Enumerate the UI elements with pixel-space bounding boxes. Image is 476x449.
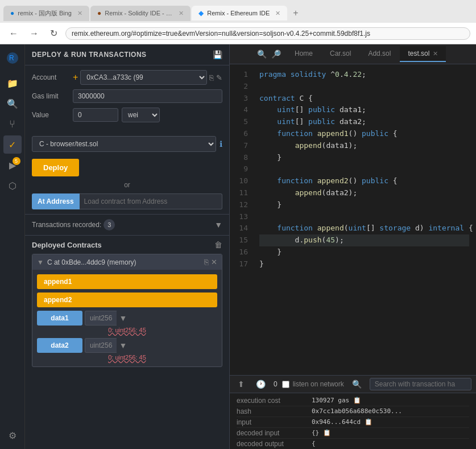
test-tab-close[interactable]: ✕ [433, 50, 438, 57]
tab-bing[interactable]: ● remix - 国内版 Bing ✕ [3, 6, 89, 21]
log-row: execution cost130927 gas 📋 [237, 396, 469, 406]
data1-row: data1 uint256 ▼ 0: uint256: 45 [37, 311, 217, 335]
back-button[interactable]: ← [6, 27, 22, 40]
append2-button[interactable]: append2 [37, 293, 217, 307]
add-tab-label: Add.sol [368, 50, 391, 57]
bing-tab-icon: ● [10, 9, 14, 17]
trash-icon[interactable]: 🗑 [214, 240, 222, 249]
contract-select-row: C - browser/test.sol ℹ [25, 131, 229, 156]
browser-chrome: ● remix - 国内版 Bing ✕ ● Remix - Solidity … [0, 0, 476, 44]
data1-chevron[interactable]: ▼ [119, 314, 127, 323]
transactions-row: Transactions recorded: 3 ▼ [25, 214, 229, 235]
home-tab-label: Home [295, 50, 313, 57]
value-input[interactable] [73, 108, 118, 122]
listen-row: listen on network [282, 380, 344, 388]
car-tab-label: Car.sol [330, 50, 351, 57]
log-row: input0x946...644cd 📋 [237, 417, 469, 428]
gas-limit-input[interactable] [73, 89, 222, 103]
url-input[interactable] [65, 27, 470, 40]
add-tab[interactable]: Add.sol [360, 46, 399, 62]
account-row: Account + 0xCA3...a733c (99 ⎘ ✎ [32, 70, 222, 85]
append1-button[interactable]: append1 [37, 274, 217, 289]
plugin-manager-icon[interactable]: ⬡ [3, 176, 22, 195]
transactions-count: 3 [104, 219, 115, 230]
bottom-clock-icon[interactable]: 🕐 [253, 378, 269, 390]
git-panel-icon[interactable]: ⑂ [3, 115, 22, 133]
account-edit-button[interactable]: ✎ [216, 73, 222, 82]
instance-close-button[interactable]: ✕ [211, 258, 217, 266]
account-plus-icon[interactable]: + [73, 72, 78, 83]
gas-limit-label: Gas limit [32, 92, 73, 100]
code-area: 1234567891011121314151617 pragma solidit… [230, 64, 476, 375]
data1-button[interactable]: data1 [37, 311, 82, 326]
forward-button[interactable]: → [26, 27, 42, 40]
instance-name: C at 0xBde...4ddc9 (memory) [47, 258, 136, 266]
bottom-collapse-icon[interactable]: ⬆ [234, 378, 248, 390]
transactions-chevron[interactable]: ▼ [214, 220, 222, 229]
line-numbers: 1234567891011121314151617 [230, 64, 253, 375]
instance-chevron[interactable]: ▼ [37, 258, 44, 266]
debug-panel-icon[interactable]: ▶ 5 [3, 156, 22, 174]
tab-remix[interactable]: ◆ Remix - Ethereum IDE ✕ [192, 6, 287, 20]
solidity-tab-label: Remix - Solidity IDE - 中文 [105, 9, 173, 18]
data2-result: 0: uint256: 45 [37, 353, 217, 362]
svg-text:R: R [9, 54, 14, 62]
bing-tab-close[interactable]: ✕ [77, 10, 82, 17]
listen-label: listen on network [293, 380, 344, 388]
file-manager-icon[interactable]: 📁 [3, 74, 22, 92]
data1-fn-row: data1 uint256 ▼ [37, 311, 217, 326]
deploy-button[interactable]: Deploy [32, 159, 79, 176]
remix-logo: R [3, 49, 22, 67]
listen-checkbox[interactable] [282, 381, 289, 388]
deployed-header: Deployed Contracts 🗑 [32, 240, 222, 249]
log-value: 130927 gas 📋 [312, 397, 361, 405]
zoom-out-icon[interactable]: 🔍 [257, 50, 267, 59]
data2-button[interactable]: data2 [37, 338, 82, 353]
search-panel-icon[interactable]: 🔍 [3, 94, 22, 113]
log-row: hash0x7cc1ab056a688e0c530... [237, 406, 469, 417]
or-divider: or [25, 181, 229, 189]
remix-tab-icon: ◆ [198, 9, 204, 17]
zoom-in-icon[interactable]: 🔎 [271, 50, 281, 59]
debug-badge: 5 [13, 157, 20, 165]
remix-tab-close[interactable]: ✕ [275, 10, 280, 17]
data2-chevron[interactable]: ▼ [119, 341, 127, 350]
verify-icon[interactable]: ✓ [3, 135, 22, 154]
address-bar: ← → ↻ [0, 23, 476, 44]
search-bottom-icon[interactable]: 🔍 [349, 378, 365, 390]
home-tab[interactable]: Home [287, 46, 321, 62]
save-icon[interactable]: 💾 [213, 50, 222, 59]
account-section: Account + 0xCA3...a733c (99 ⎘ ✎ Gas limi… [25, 65, 229, 131]
tab-solidity[interactable]: ● Remix - Solidity IDE - 中文 ✕ [90, 6, 191, 21]
account-copy-button[interactable]: ⎘ [209, 73, 214, 82]
reload-button[interactable]: ↻ [47, 27, 61, 40]
main-layout: R 📁 🔍 ⑂ ✓ ▶ 5 ⬡ ⚙ DEPLOY & RUN TRANSACTI… [0, 44, 476, 449]
data2-fn-row: data2 uint256 ▼ [37, 338, 217, 353]
contract-instance-label: ▼ C at 0xBde...4ddc9 (memory) [37, 258, 136, 266]
code-content[interactable]: pragma solidity ^0.4.22; contract C { ui… [253, 64, 476, 375]
car-tab[interactable]: Car.sol [322, 46, 359, 62]
log-key: input [237, 418, 305, 426]
instance-copy-button[interactable]: ⎘ [204, 258, 209, 266]
contract-select[interactable]: C - browser/test.sol [32, 136, 216, 152]
log-key: hash [237, 407, 305, 415]
bottom-toolbar: ⬆ 🕐 0 listen on network 🔍 [230, 376, 476, 393]
log-row: decoded input{} 📋 [237, 428, 469, 439]
value-row: Value wei gwei finney ether [32, 108, 222, 122]
solidity-tab-close[interactable]: ✕ [179, 10, 184, 17]
data1-result: 0: uint256: 45 [37, 326, 217, 335]
contract-info-icon[interactable]: ℹ [220, 139, 222, 149]
at-address-input[interactable] [80, 193, 222, 209]
log-value: { [312, 440, 316, 448]
new-tab-button[interactable]: + [288, 6, 303, 20]
deployed-contracts-section: Deployed Contracts 🗑 ▼ C at 0xBde...4ddc… [25, 235, 229, 376]
deploy-header: DEPLOY & RUN TRANSACTIONS 💾 [25, 44, 229, 65]
test-tab[interactable]: test.sol ✕ [400, 46, 446, 62]
transactions-label: Transactions recorded: [32, 221, 101, 229]
at-address-button[interactable]: At Address [32, 193, 80, 209]
settings-panel-icon[interactable]: ⚙ [3, 426, 22, 444]
transaction-search-input[interactable] [370, 378, 471, 390]
value-unit-select[interactable]: wei gwei finney ether [122, 108, 160, 122]
test-tab-label: test.sol [408, 50, 429, 57]
account-select[interactable]: 0xCA3...a733c (99 [80, 70, 207, 85]
